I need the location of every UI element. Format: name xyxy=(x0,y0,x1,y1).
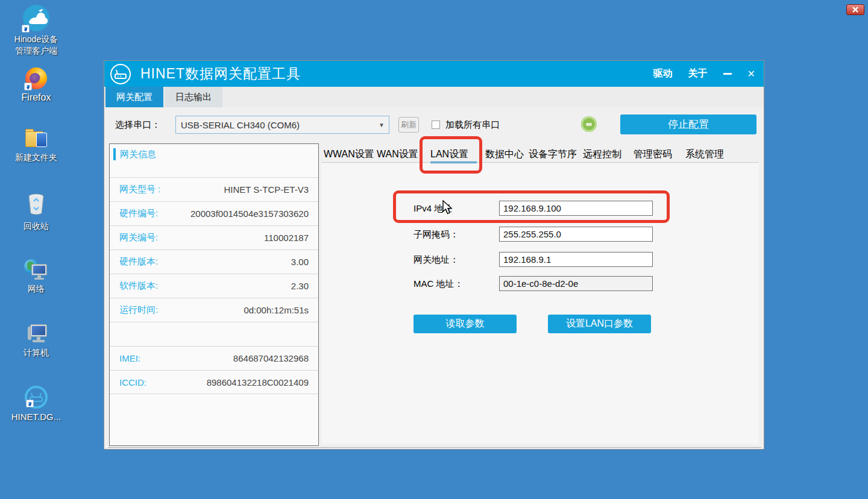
ipv4-address-input[interactable] xyxy=(499,201,653,216)
close-icon xyxy=(852,7,858,13)
minimize-button[interactable] xyxy=(723,73,732,75)
shortcut-arrow-icon xyxy=(26,400,34,407)
info-value: 0d:00h:12m:51s xyxy=(244,305,309,315)
desktop-close-button[interactable] xyxy=(846,4,864,15)
label-line-2: 管理客户端 xyxy=(0,45,72,57)
info-value: 864687042132968 xyxy=(233,353,309,363)
gateway-info-header: 网关信息 xyxy=(113,148,156,160)
read-params-button[interactable]: 读取参数 xyxy=(414,315,517,333)
firefox-icon xyxy=(25,67,47,89)
info-row-uptime: 运行时间:0d:00h:12m:51s xyxy=(110,298,318,322)
info-value: 2.30 xyxy=(291,281,309,291)
connection-status-icon xyxy=(581,116,597,132)
set-lan-params-button[interactable]: 设置LAN口参数 xyxy=(548,315,651,333)
tab-lan-settings[interactable]: LAN设置 xyxy=(430,148,468,161)
mac-address-input[interactable] xyxy=(499,276,653,291)
info-label: 网关编号: xyxy=(119,232,158,243)
info-value: 110002187 xyxy=(264,233,309,243)
app-window: HINET数据网关配置工具 驱动 关于 ✕ 网关配置 日志输出 选择串口： US… xyxy=(104,60,764,450)
desktop-icon-firefox[interactable]: Firefox xyxy=(0,67,72,103)
info-label: ICCID: xyxy=(119,377,146,388)
desktop-icon-label: 计算机 xyxy=(0,347,72,359)
titlebar: HINET数据网关配置工具 驱动 关于 ✕ xyxy=(104,61,764,87)
desktop-icon-label: HINET.DG... xyxy=(0,411,72,422)
tab-admin-password[interactable]: 管理密码 xyxy=(634,148,672,161)
info-row-sw-version: 软件版本:2.30 xyxy=(110,274,318,298)
computer-icon xyxy=(24,323,48,345)
driver-button[interactable]: 驱动 xyxy=(653,67,673,80)
chevron-down-icon[interactable]: ▼ xyxy=(374,122,389,128)
ipv4-address-label: IPv4 地址 xyxy=(414,203,452,215)
desktop-icon-computer[interactable]: 计算机 xyxy=(0,323,72,359)
info-row-gateway-id: 网关编号:110002187 xyxy=(110,225,318,250)
tab-divider xyxy=(321,162,759,163)
tab-wwan-settings[interactable]: WWAN设置 xyxy=(324,148,374,161)
hinode-app-icon xyxy=(23,5,49,31)
info-value: 20003f0014504e3157303620 xyxy=(190,209,309,219)
network-icon xyxy=(24,259,48,281)
info-label: 硬件编号: xyxy=(119,208,158,219)
gateway-info-rows: 网关型号 :HINET S-TCP-ET-V3 硬件编号:20003f00145… xyxy=(110,177,318,394)
tab-gateway-config[interactable]: 网关配置 xyxy=(105,87,163,107)
main-tab-bar: 网关配置 日志输出 xyxy=(104,87,764,107)
router-app-icon xyxy=(110,64,131,84)
info-value: 898604132218C0021409 xyxy=(207,377,309,388)
serial-port-label: 选择串口： xyxy=(115,119,160,131)
subnet-mask-input[interactable] xyxy=(499,227,653,242)
gateway-info-title: 网关信息 xyxy=(120,149,156,160)
hinet-app-icon xyxy=(25,386,48,409)
close-button[interactable]: ✕ xyxy=(747,68,755,80)
recycle-bin-icon xyxy=(0,193,72,218)
info-row-model: 网关型号 :HINET S-TCP-ET-V3 xyxy=(110,177,318,201)
tab-data-center[interactable]: 数据中心 xyxy=(485,148,524,161)
info-row-iccid: ICCID:898604132218C0021409 xyxy=(110,370,318,394)
tab-wan-settings[interactable]: WAN设置 xyxy=(377,148,418,161)
info-label: 硬件版本: xyxy=(119,256,158,268)
subnet-mask-label: 子网掩码： xyxy=(414,229,459,240)
load-all-ports-checkbox[interactable] xyxy=(432,121,440,129)
desktop-icon-label: Hinode设备 管理客户端 xyxy=(0,34,72,57)
serial-port-select[interactable]: USB-SERIAL CH340 (COM6) ▼ xyxy=(175,116,389,134)
info-value: 3.00 xyxy=(291,257,309,267)
gateway-address-input[interactable] xyxy=(499,252,653,267)
about-button[interactable]: 关于 xyxy=(688,67,708,80)
desktop-icon-label: 网络 xyxy=(0,283,72,295)
desktop-icon-label: 回收站 xyxy=(0,221,72,232)
info-value: HINET S-TCP-ET-V3 xyxy=(224,184,309,195)
window-title: HINET数据网关配置工具 xyxy=(140,64,301,83)
gateway-address-label: 网关地址： xyxy=(414,254,459,266)
info-label: 网关型号 : xyxy=(119,184,160,195)
info-label: 软件版本: xyxy=(119,280,158,292)
tab-system-management[interactable]: 系统管理 xyxy=(685,148,724,161)
info-row-hardware-id: 硬件编号:20003f0014504e3157303620 xyxy=(110,201,318,225)
tab-device-byte-order[interactable]: 设备字节序 xyxy=(529,148,577,161)
shortcut-arrow-icon xyxy=(22,25,30,33)
tab-log-output[interactable]: 日志输出 xyxy=(165,87,222,107)
desktop-icon-hinode-client[interactable]: Hinode设备 管理客户端 xyxy=(0,5,72,57)
info-label: IMEI: xyxy=(119,353,140,363)
desktop-icon-recycle-bin[interactable]: 回收站 xyxy=(0,193,72,232)
info-row-imei: IMEI:864687042132968 xyxy=(110,346,318,370)
desktop-icon-network[interactable]: 网络 xyxy=(0,259,72,295)
desktop-icon-hinet-shortcut[interactable]: HINET.DG... xyxy=(0,386,72,422)
stop-config-button[interactable]: 停止配置 xyxy=(620,115,756,134)
window-bottom-divider xyxy=(108,447,761,448)
desktop-icon-label: Firefox xyxy=(0,92,72,103)
info-row-hw-version: 硬件版本:3.00 xyxy=(110,250,318,274)
tab-remote-control[interactable]: 远程控制 xyxy=(583,148,621,161)
header-accent-bar xyxy=(113,148,116,160)
folder-icon xyxy=(24,130,48,149)
gateway-info-panel: 网关信息 网关型号 :HINET S-TCP-ET-V3 硬件编号:20003f… xyxy=(109,143,319,446)
info-row-empty xyxy=(110,322,318,346)
desktop-icon-new-folder[interactable]: 新建文件夹 xyxy=(0,130,72,163)
refresh-button[interactable]: 刷新 xyxy=(398,117,419,133)
shortcut-arrow-icon xyxy=(24,83,32,90)
mac-address-label: MAC 地址： xyxy=(414,278,464,290)
info-label: 运行时间: xyxy=(119,304,158,316)
label-line-1: Hinode设备 xyxy=(0,34,72,45)
desktop-icon-label: 新建文件夹 xyxy=(0,152,72,163)
serial-port-value: USB-SERIAL CH340 (COM6) xyxy=(176,120,374,130)
load-all-ports-label: 加载所有串口 xyxy=(445,119,500,131)
